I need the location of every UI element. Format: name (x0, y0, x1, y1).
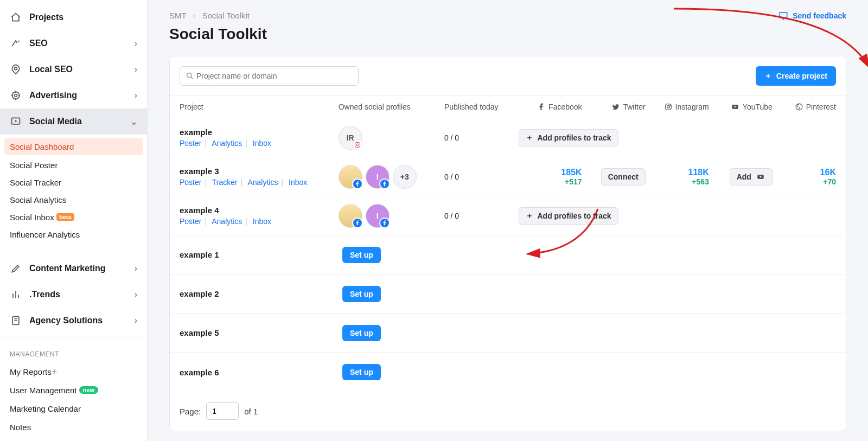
social-media-submenu: Social Dashboard Social Poster Social Tr… (0, 135, 147, 248)
sidebar-item-advertising[interactable]: Advertising › (0, 82, 147, 108)
page-input[interactable] (206, 402, 239, 420)
sidebar-item-trends[interactable]: .Trends › (0, 282, 147, 308)
youtube-icon (731, 103, 739, 111)
create-project-button[interactable]: ＋ Create project (756, 66, 836, 86)
sidebar-notes[interactable]: Notes (0, 418, 147, 436)
setup-button[interactable]: Set up (342, 286, 381, 302)
setup-button[interactable]: Set up (342, 247, 381, 263)
instagram-icon (665, 103, 672, 111)
sidebar-item-projects[interactable]: Projects (0, 4, 147, 30)
link-poster[interactable]: Poster (180, 139, 201, 148)
setup-button[interactable]: Set up (342, 325, 381, 341)
metric-instagram: 118K +563 (646, 168, 709, 186)
project-links: Poster| Analytics| Inbox (180, 139, 339, 148)
project-name[interactable]: example (180, 127, 339, 137)
profile-avatar[interactable] (339, 204, 362, 228)
chevron-right-icon: › (135, 316, 137, 325)
breadcrumb-social-toolkit[interactable]: Social Toolkit (202, 11, 250, 20)
link-inbox[interactable]: Inbox (253, 217, 271, 226)
add-profiles-button[interactable]: ＋ Add profiles to track (519, 207, 618, 225)
table-row: example 6 Set up (170, 353, 846, 392)
profile-avatar[interactable]: I (366, 165, 390, 189)
profile-overflow-count[interactable]: +3 (393, 165, 417, 189)
plus-icon: ＋ (526, 211, 533, 221)
chevron-down-icon: ⌄ (130, 117, 137, 127)
link-tracker[interactable]: Tracker (212, 178, 238, 187)
published-today: 0 / 0 (444, 133, 519, 142)
col-facebook: Facebook (519, 103, 582, 111)
add-profiles-button[interactable]: ＋ Add profiles to track (519, 129, 618, 146)
beta-badge: beta (56, 213, 74, 221)
page-label: Page: (180, 407, 201, 416)
search-icon (186, 72, 194, 80)
pinterest-icon (795, 103, 803, 111)
profile-avatar[interactable] (339, 165, 362, 189)
sidebar-item-social-media[interactable]: Social Media ⌄ (0, 108, 147, 135)
sidebar-sub-dashboard[interactable]: Social Dashboard (4, 138, 143, 155)
project-name[interactable]: example 3 (180, 167, 339, 176)
link-analytics[interactable]: Analytics (247, 178, 278, 187)
seo-icon (10, 37, 22, 49)
sidebar-item-agency[interactable]: Agency Solutions › (0, 308, 147, 334)
search-input-wrapper[interactable] (180, 66, 359, 86)
sidebar-item-content-marketing[interactable]: Content Marketing › (0, 255, 147, 282)
pin-icon (10, 63, 22, 75)
sidebar-item-label: Projects (29, 12, 63, 22)
sidebar-sub-influencer[interactable]: Influencer Analytics (0, 226, 147, 243)
project-name[interactable]: example 5 (180, 328, 342, 337)
table-row: example 4 Poster| Analytics| Inbox I 0 /… (170, 196, 846, 235)
col-published: Published today (444, 103, 519, 111)
plus-icon[interactable]: + (52, 366, 58, 378)
svg-point-0 (15, 67, 17, 70)
table-header: Project Owned social profiles Published … (170, 95, 846, 118)
bars-icon (10, 289, 22, 301)
link-inbox[interactable]: Inbox (253, 139, 271, 148)
sidebar-sub-analytics[interactable]: Social Analytics (0, 191, 147, 208)
svg-point-2 (15, 94, 17, 97)
facebook-badge-icon (379, 178, 390, 189)
instagram-badge-icon (352, 139, 363, 150)
connect-twitter-button[interactable]: Connect (601, 168, 646, 186)
chevron-right-icon: › (135, 264, 137, 273)
link-poster[interactable]: Poster (180, 178, 201, 187)
sidebar-marketing-calendar[interactable]: Marketing Calendar (0, 399, 147, 418)
add-youtube-button[interactable]: Add (730, 168, 773, 186)
sidebar-item-local-seo[interactable]: Local SEO › (0, 56, 147, 82)
sidebar-sub-tracker[interactable]: Social Tracker (0, 174, 147, 191)
published-today: 0 / 0 (444, 172, 519, 181)
target-icon (10, 90, 22, 101)
facebook-badge-icon (352, 218, 363, 228)
link-poster[interactable]: Poster (180, 217, 201, 226)
sidebar-sub-poster[interactable]: Social Poster (0, 156, 147, 174)
link-analytics[interactable]: Analytics (212, 217, 242, 226)
projects-card: ＋ Create project Project Owned social pr… (169, 56, 846, 431)
profile-avatar[interactable]: IR (339, 126, 362, 150)
pagination: Page: of 1 (170, 392, 846, 431)
svg-point-1 (12, 92, 19, 99)
send-feedback-link[interactable]: Send feedback (778, 11, 846, 21)
link-inbox[interactable]: Inbox (289, 178, 307, 187)
sidebar-my-reports[interactable]: My Reports + (0, 362, 147, 381)
page-title: Social Toolkit (169, 25, 846, 43)
svg-point-4 (15, 120, 16, 122)
project-name[interactable]: example 2 (180, 289, 342, 298)
svg-point-9 (669, 105, 670, 105)
main-content: SMT › Social Toolkit Social Toolkit Send… (148, 0, 868, 441)
sidebar-user-management[interactable]: User Management new (0, 381, 147, 399)
project-name[interactable]: example 4 (180, 206, 339, 215)
sidebar-sub-inbox[interactable]: Social Inbox beta (0, 208, 147, 226)
search-input[interactable] (196, 72, 353, 80)
chevron-right-icon: › (193, 11, 196, 20)
project-name[interactable]: example 6 (180, 368, 342, 377)
twitter-icon (612, 103, 620, 111)
project-name[interactable]: example 1 (180, 250, 342, 259)
link-analytics[interactable]: Analytics (212, 139, 242, 148)
table-row: example 1 Set up (170, 235, 846, 274)
sidebar-item-seo[interactable]: SEO › (0, 30, 147, 56)
breadcrumb-smt[interactable]: SMT (169, 11, 187, 20)
chevron-right-icon: › (135, 290, 137, 299)
setup-button[interactable]: Set up (342, 364, 381, 380)
sidebar-item-label: Social Media (29, 117, 82, 126)
profile-avatar[interactable]: I (366, 204, 390, 228)
col-instagram: Instagram (646, 103, 709, 111)
